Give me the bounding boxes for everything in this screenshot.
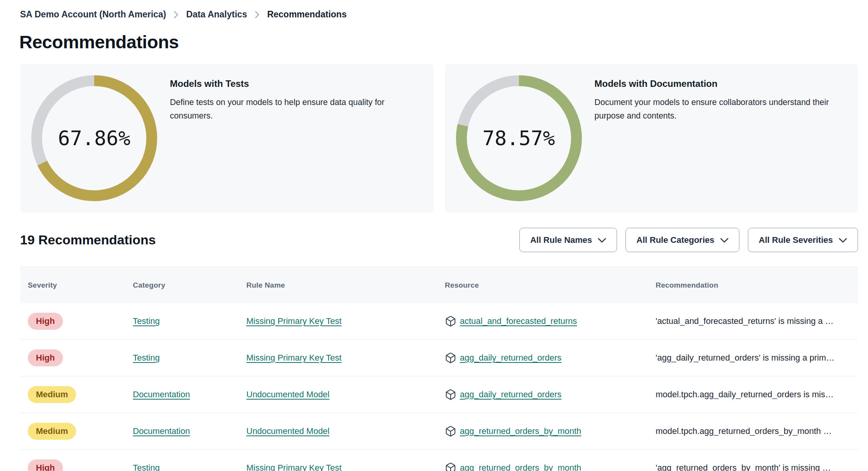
page-title: Recommendations [19, 31, 858, 53]
recommendation-text: model.tpch.agg_returned_orders_by_month … [648, 426, 858, 436]
chevron-right-icon [174, 10, 178, 19]
severity-badge: Medium [28, 386, 76, 403]
category-link[interactable]: Testing [133, 353, 160, 363]
docs-percent-value: 78.57% [456, 75, 582, 201]
filter-label: All Rule Severities [759, 235, 833, 245]
model-box-icon [445, 389, 456, 400]
table-header: Severity Category Rule Name Resource Rec… [20, 267, 858, 303]
model-box-icon [445, 352, 456, 364]
recommendation-text: 'actual_and_forecasted_returns' is missi… [648, 316, 858, 326]
rule-severities-filter[interactable]: All Rule Severities [748, 228, 858, 252]
severity-badge: High [28, 313, 63, 330]
category-link[interactable]: Testing [133, 463, 160, 471]
card-models-with-tests: 67.86% Models with Tests Define tests on… [20, 64, 434, 212]
recommendation-text: 'agg_daily_returned_orders' is missing a… [648, 353, 858, 363]
column-header-recommendation: Recommendation [648, 281, 858, 290]
card-description: Document your models to ensure collabora… [595, 96, 843, 123]
severity-badge: High [28, 349, 63, 366]
table-row: High Testing Missing Primary Key Test ac… [20, 303, 858, 340]
breadcrumb-current: Recommendations [267, 9, 347, 20]
resource-link[interactable]: agg_returned_orders_by_month [460, 463, 581, 471]
recommendations-count: 19 Recommendations [20, 232, 156, 247]
summary-cards: 67.86% Models with Tests Define tests on… [20, 64, 858, 212]
severity-badge: High [28, 459, 63, 471]
docs-donut-chart: 78.57% [456, 75, 582, 201]
breadcrumb-project-link[interactable]: Data Analytics [186, 9, 247, 20]
card-description: Define tests on your models to help ensu… [170, 96, 418, 123]
resource-link[interactable]: actual_and_forecasted_returns [460, 316, 577, 326]
column-header-severity: Severity [20, 281, 125, 290]
recommendations-table: Severity Category Rule Name Resource Rec… [20, 267, 858, 471]
category-link[interactable]: Documentation [133, 390, 190, 399]
model-box-icon [445, 315, 456, 327]
filter-label: All Rule Categories [636, 235, 714, 245]
tests-donut-chart: 67.86% [31, 75, 157, 201]
chevron-down-icon [720, 235, 729, 245]
filters: All Rule Names All Rule Categories All R… [519, 228, 858, 252]
recommendation-text: model.tpch.agg_daily_returned_orders is … [648, 390, 858, 400]
rule-name-link[interactable]: Missing Primary Key Test [246, 463, 342, 471]
chevron-down-icon [598, 235, 606, 245]
resource-link[interactable]: agg_returned_orders_by_month [460, 426, 581, 436]
recommendation-text: 'agg_returned_orders_by_month' is missin… [648, 463, 858, 471]
list-header-bar: 19 Recommendations All Rule Names All Ru… [20, 228, 858, 252]
breadcrumb-account-link[interactable]: SA Demo Account (North America) [20, 9, 166, 20]
category-link[interactable]: Testing [133, 316, 160, 326]
filter-label: All Rule Names [530, 235, 592, 245]
rule-name-link[interactable]: Missing Primary Key Test [246, 316, 342, 326]
rule-name-link[interactable]: Undocumented Model [246, 390, 329, 399]
column-header-resource: Resource [437, 281, 648, 290]
model-box-icon [445, 462, 456, 471]
table-row: Medium Documentation Undocumented Model … [20, 413, 858, 450]
model-box-icon [445, 425, 456, 437]
card-models-with-documentation: 78.57% Models with Documentation Documen… [445, 64, 858, 212]
table-body: High Testing Missing Primary Key Test ac… [20, 303, 858, 471]
card-title: Models with Documentation [595, 78, 843, 89]
table-row: High Testing Missing Primary Key Test ag… [20, 340, 858, 376]
chevron-right-icon [255, 10, 259, 19]
severity-badge: Medium [28, 423, 76, 440]
rule-names-filter[interactable]: All Rule Names [519, 228, 617, 252]
chevron-down-icon [839, 235, 847, 245]
table-row: High Testing Missing Primary Key Test ag… [20, 450, 858, 471]
resource-link[interactable]: agg_daily_returned_orders [460, 390, 561, 400]
column-header-rule-name: Rule Name [239, 281, 437, 290]
rule-categories-filter[interactable]: All Rule Categories [626, 228, 739, 252]
category-link[interactable]: Documentation [133, 426, 190, 436]
card-title: Models with Tests [170, 78, 418, 89]
resource-link[interactable]: agg_daily_returned_orders [460, 353, 561, 363]
column-header-category: Category [125, 281, 239, 290]
table-row: Medium Documentation Undocumented Model … [20, 376, 858, 413]
tests-percent-value: 67.86% [31, 75, 157, 201]
rule-name-link[interactable]: Missing Primary Key Test [246, 353, 342, 363]
breadcrumb: SA Demo Account (North America) Data Ana… [20, 9, 858, 20]
rule-name-link[interactable]: Undocumented Model [246, 426, 329, 436]
